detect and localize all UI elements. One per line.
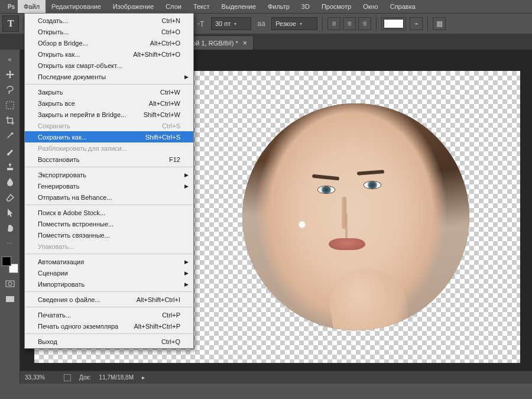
svg-rect-3 (6, 296, 14, 302)
menu-separator (25, 307, 193, 307)
menu-item-поместить-связанные[interactable]: Поместить связанные... (25, 229, 193, 241)
menu-filter[interactable]: Фильтр (262, 0, 296, 13)
menu-select[interactable]: Выделение (216, 0, 262, 13)
text-color-swatch[interactable] (381, 17, 406, 30)
align-center-button[interactable]: ≡ (343, 17, 356, 30)
color-swatches[interactable] (2, 257, 18, 273)
menu-item-упаковать: Упаковать... (25, 241, 193, 252)
menu-item-открыть-как[interactable]: Открыть как...Alt+Shift+Ctrl+O (25, 48, 193, 60)
align-left-button[interactable]: ≡ (327, 17, 340, 30)
menu-help[interactable]: Справка (384, 0, 421, 13)
menu-text[interactable]: Текст (187, 0, 216, 13)
menu-item-shortcut: Alt+Shift+Ctrl+P (134, 323, 180, 330)
tool-lasso[interactable] (2, 83, 18, 97)
tool-crop[interactable] (2, 113, 18, 128)
menu-item-сохранить-как[interactable]: Сохранить как...Shift+Ctrl+S (25, 131, 193, 142)
menu-image[interactable]: Изображение (107, 0, 160, 13)
circular-image-layer[interactable] (242, 103, 469, 330)
quickmask-toggle[interactable] (2, 277, 18, 291)
menu-item-label: Генерировать (38, 183, 180, 190)
menu-edit[interactable]: Редактирование (46, 0, 107, 13)
active-tool-preset[interactable]: T (2, 15, 19, 32)
font-size-field[interactable]: 30 пт▾ (211, 17, 251, 30)
menu-view[interactable]: Просмотр (316, 0, 357, 13)
menu-item-открыть[interactable]: Открыть...Ctrl+O (25, 26, 193, 37)
menu-item-выход[interactable]: ВыходCtrl+Q (25, 336, 193, 347)
menu-item-сценарии[interactable]: Сценарии▶ (25, 267, 193, 278)
tool-move[interactable] (2, 67, 18, 82)
menu-item-поместить-встроенные[interactable]: Поместить встроенные... (25, 218, 193, 229)
menu-item-импортировать[interactable]: Импортировать▶ (25, 278, 193, 290)
menu-item-закрыть-все[interactable]: Закрыть всеAlt+Ctrl+W (25, 98, 193, 109)
font-size-icon: тT (194, 17, 207, 30)
menu-item-shortcut: Ctrl+W (160, 89, 180, 96)
menu-item-печатать[interactable]: Печатать...Ctrl+P (25, 309, 193, 320)
tool-brush[interactable] (2, 144, 18, 158)
menu-item-label: Восстановить (38, 156, 169, 163)
anti-alias-icon: aa (255, 17, 268, 30)
menu-item-печать-одного-экземпляра[interactable]: Печать одного экземпляраAlt+Shift+Ctrl+P (25, 320, 193, 332)
menu-item-автоматизация[interactable]: Автоматизация▶ (25, 256, 193, 267)
tool-blur[interactable] (2, 175, 18, 189)
align-right-button[interactable]: ≡ (358, 17, 371, 30)
menu-item-shortcut: Alt+Ctrl+W (149, 100, 180, 107)
face-mark (318, 186, 335, 193)
menu-item-последние-документы[interactable]: Последние документы▶ (25, 71, 193, 82)
menu-3d[interactable]: 3D (296, 0, 316, 13)
menu-item-label: Открыть как... (38, 51, 133, 58)
menu-item-label: Сценарии (38, 270, 180, 277)
foreground-color[interactable] (2, 257, 11, 266)
anti-alias-field[interactable]: Резкое▾ (271, 17, 317, 30)
menu-layers[interactable]: Слои (160, 0, 187, 13)
menu-separator (25, 254, 193, 254)
menu-file[interactable]: Файл (18, 0, 46, 13)
submenu-arrow-icon: ▶ (184, 74, 189, 80)
submenu-arrow-icon: ▶ (184, 259, 189, 265)
menu-item-shortcut: Alt+Shift+Ctrl+I (137, 296, 180, 303)
menu-item-отправить-на-behance[interactable]: Отправить на Behance... (25, 192, 193, 203)
menu-item-обзор-в-bridge[interactable]: Обзор в Bridge...Alt+Ctrl+O (25, 37, 193, 48)
close-icon[interactable]: × (243, 39, 247, 47)
tool-dots[interactable]: ⋯ (2, 236, 18, 251)
menu-item-label: Последние документы (38, 73, 180, 80)
submenu-arrow-icon: ▶ (184, 281, 189, 287)
tool-hand[interactable] (2, 221, 18, 235)
menu-separator (25, 167, 193, 167)
menu-item-генерировать[interactable]: Генерировать▶ (25, 180, 193, 192)
tool-eraser[interactable] (2, 190, 18, 205)
menu-window[interactable]: Окно (357, 0, 384, 13)
text-align-group: ≡ ≡ ≡ (327, 17, 371, 30)
menu-item-экспортировать[interactable]: Экспортировать▶ (25, 169, 193, 180)
menu-item-shortcut: Ctrl+Q (161, 338, 180, 345)
menu-item-восстановить[interactable]: ВосстановитьF12 (25, 154, 193, 165)
warp-text-button[interactable]: ⌁ (410, 17, 423, 30)
zoom-level[interactable]: 33,33% (25, 374, 56, 381)
menu-item-открыть-как-смарт-объект[interactable]: Открыть как смарт-объект... (25, 60, 193, 71)
menu-separator (25, 291, 193, 292)
menu-item-разблокировать-для-записи: Разблокировать для записи... (25, 142, 193, 154)
menu-item-label: Сохранить как... (38, 134, 145, 141)
screenmode-toggle[interactable] (2, 292, 18, 306)
menu-item-закрыть-и-перейти-в-bridge[interactable]: Закрыть и перейти в Bridge...Shift+Ctrl+… (25, 109, 193, 120)
menu-item-сведения-о-файле[interactable]: Сведения о файле...Alt+Shift+Ctrl+I (25, 294, 193, 305)
tool-clone[interactable] (2, 160, 18, 174)
toggle-panels-button[interactable]: ▦ (433, 17, 446, 30)
menubar: Ps Файл Редактирование Изображение Слои … (0, 0, 532, 13)
chevron-right-icon[interactable]: ▸ (142, 374, 145, 381)
menu-item-label: Создать... (38, 17, 162, 24)
tool-eyedropper[interactable] (2, 129, 18, 143)
menu-item-label: Выход (38, 338, 161, 345)
menu-item-создать[interactable]: Создать...Ctrl+N (25, 15, 193, 26)
status-indicator-icon[interactable] (64, 374, 71, 381)
tool-marquee[interactable] (2, 98, 18, 112)
submenu-arrow-icon: ▶ (184, 270, 189, 276)
app-logo: Ps (5, 0, 18, 13)
menu-item-label: Сведения о файле... (38, 296, 137, 303)
menu-item-закрыть[interactable]: ЗакрытьCtrl+W (25, 86, 193, 98)
separator (427, 17, 428, 31)
tool-selection[interactable] (2, 206, 18, 220)
menu-item-label: Разблокировать для записи... (38, 145, 180, 152)
menu-separator (25, 205, 193, 205)
menu-item-поиск-в-adobe-stock[interactable]: Поиск в Adobe Stock... (25, 207, 193, 218)
collapse-handle[interactable]: « (2, 52, 18, 66)
